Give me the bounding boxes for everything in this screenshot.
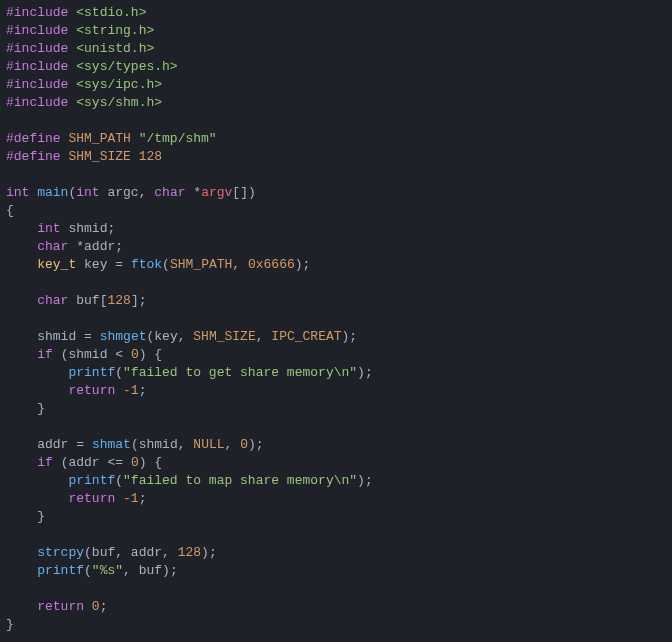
preproc-include: #include xyxy=(6,95,68,110)
macro-name: SHM_PATH xyxy=(68,131,130,146)
string-literal: "failed to get share memory\n" xyxy=(123,365,357,380)
identifier: key xyxy=(84,257,107,272)
keyword-if: if xyxy=(37,455,53,470)
constant: IPC_CREAT xyxy=(271,329,341,344)
type-keyword: int xyxy=(76,185,99,200)
preproc-include: #include xyxy=(6,23,68,38)
identifier: addr xyxy=(84,239,115,254)
number-literal: 128 xyxy=(107,293,130,308)
macro-name: SHM_SIZE xyxy=(68,149,130,164)
identifier: buf xyxy=(76,293,99,308)
type-keyword: char xyxy=(37,293,68,308)
constant: SHM_SIZE xyxy=(193,329,255,344)
string-literal: "failed to map share memory\n" xyxy=(123,473,357,488)
keyword-return: return xyxy=(68,491,115,506)
identifier: shmid xyxy=(37,329,76,344)
number-literal: 0x6666 xyxy=(248,257,295,272)
type-keyword: key_t xyxy=(37,257,76,272)
preproc-include: #include xyxy=(6,5,68,20)
header-name: <string.h> xyxy=(76,23,154,38)
header-name: <sys/types.h> xyxy=(76,59,177,74)
number-literal: 0 xyxy=(92,599,100,614)
function-call: ftok xyxy=(131,257,162,272)
function-call: strcpy xyxy=(37,545,84,560)
param-name: argc xyxy=(107,185,138,200)
header-name: <sys/shm.h> xyxy=(76,95,162,110)
macro-value: "/tmp/shm" xyxy=(139,131,217,146)
number-literal: -1 xyxy=(123,383,139,398)
header-name: <sys/ipc.h> xyxy=(76,77,162,92)
constant: SHM_PATH xyxy=(170,257,232,272)
function-call: printf xyxy=(37,563,84,578)
keyword-return: return xyxy=(37,599,84,614)
function-name: main xyxy=(37,185,68,200)
code-block: #include <stdio.h> #include <string.h> #… xyxy=(0,0,672,638)
number-literal: -1 xyxy=(123,491,139,506)
type-keyword: char xyxy=(37,239,68,254)
identifier: shmid xyxy=(68,221,107,236)
function-call: shmget xyxy=(100,329,147,344)
param-name: argv xyxy=(201,185,232,200)
string-literal: "%s" xyxy=(92,563,123,578)
type-keyword: int xyxy=(37,221,60,236)
macro-value: 128 xyxy=(139,149,162,164)
type-keyword: char xyxy=(154,185,185,200)
preproc-include: #include xyxy=(6,77,68,92)
function-call: shmat xyxy=(92,437,131,452)
type-keyword: int xyxy=(6,185,29,200)
constant: NULL xyxy=(193,437,224,452)
preproc-include: #include xyxy=(6,59,68,74)
header-name: <stdio.h> xyxy=(76,5,146,20)
header-name: <unistd.h> xyxy=(76,41,154,56)
keyword-return: return xyxy=(68,383,115,398)
function-call: printf xyxy=(68,365,115,380)
preproc-define: #define xyxy=(6,149,61,164)
keyword-if: if xyxy=(37,347,53,362)
preproc-define: #define xyxy=(6,131,61,146)
identifier: addr xyxy=(37,437,68,452)
function-call: printf xyxy=(68,473,115,488)
preproc-include: #include xyxy=(6,41,68,56)
